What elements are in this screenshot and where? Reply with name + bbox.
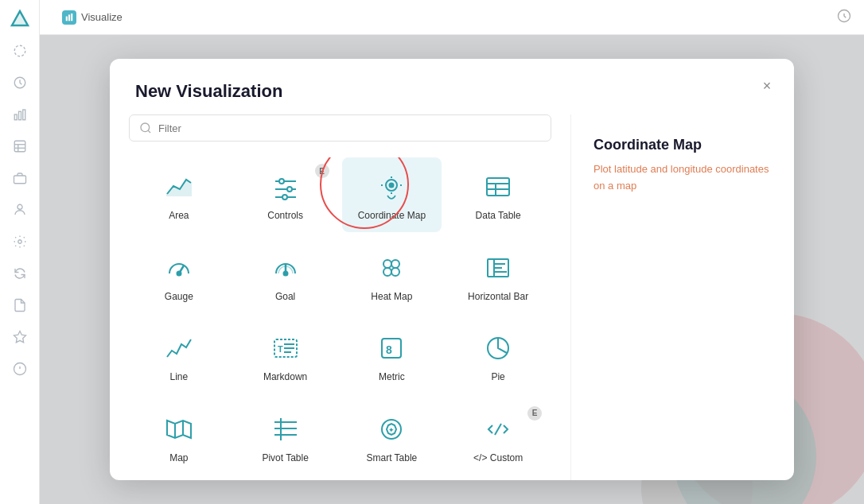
suitcase-icon[interactable]	[6, 164, 34, 192]
user-icon[interactable]	[6, 196, 34, 224]
search-input[interactable]	[158, 122, 541, 134]
coordinate-map-icon	[375, 170, 408, 204]
table-icon[interactable]	[6, 132, 34, 161]
viz-item-markdown[interactable]: T Markdown	[235, 319, 336, 394]
home-icon[interactable]	[6, 37, 34, 65]
svg-marker-22	[167, 180, 191, 196]
svg-point-24	[279, 179, 284, 184]
viz-item-gauge[interactable]: Gauge	[129, 238, 229, 313]
svg-line-65	[495, 424, 501, 435]
svg-point-2	[14, 45, 25, 56]
dialog-overlay: × New Visualization	[40, 35, 864, 504]
detail-title: Coordinate Map	[594, 137, 772, 153]
viz-item-coordinate-map[interactable]: Coordinate Map	[342, 157, 442, 232]
viz-item-custom[interactable]: E </> Custom	[448, 400, 548, 467]
metric-icon: 8	[375, 331, 408, 365]
alert-icon[interactable]	[6, 355, 34, 383]
svg-point-36	[177, 271, 181, 275]
svg-point-12	[18, 204, 22, 209]
gauge-icon	[162, 251, 196, 285]
topbar: Visualize	[40, 0, 864, 35]
dialog-body: Area E	[110, 114, 794, 480]
search-icon	[139, 122, 152, 134]
viz-item-horizontal-bar[interactable]: Horizontal Bar	[448, 238, 548, 313]
viz-item-custom-label: </> Custom	[473, 452, 523, 465]
new-visualization-dialog: × New Visualization	[110, 59, 794, 480]
area-icon	[162, 170, 196, 204]
viz-item-pivot-table[interactable]: Pivot Table	[235, 400, 336, 467]
svg-rect-31	[487, 178, 509, 196]
bar-chart-icon[interactable]	[6, 100, 34, 129]
viz-item-horizontal-bar-label: Horizontal Bar	[468, 291, 528, 304]
viz-item-pivot-table-label: Pivot Table	[262, 452, 308, 465]
clock-icon[interactable]	[6, 68, 34, 97]
viz-item-data-table[interactable]: Data Table	[448, 157, 548, 232]
viz-item-markdown-label: Markdown	[263, 371, 307, 384]
gear-icon[interactable]	[6, 227, 34, 256]
viz-item-heat-map-label: Heat Map	[371, 291, 412, 304]
left-panel: Area E	[110, 114, 571, 480]
viz-item-pie[interactable]: Pie	[448, 319, 548, 394]
svg-text:8: 8	[386, 343, 392, 356]
svg-point-13	[18, 240, 21, 244]
viz-item-line-label: Line	[170, 371, 189, 384]
viz-item-coordinate-map-label: Coordinate Map	[358, 210, 426, 223]
star-icon[interactable]	[6, 323, 34, 351]
viz-item-map-label: Map	[169, 452, 188, 465]
viz-item-area[interactable]: Area	[129, 157, 229, 232]
viz-item-goal[interactable]: Goal	[235, 238, 336, 313]
svg-rect-18	[68, 14, 70, 21]
map-icon	[162, 413, 196, 446]
close-button[interactable]: ×	[756, 75, 778, 97]
svg-point-42	[391, 268, 399, 276]
heat-map-icon	[375, 251, 408, 285]
custom-icon	[481, 413, 515, 446]
line-icon	[162, 331, 196, 365]
viz-item-heat-map[interactable]: Heat Map	[342, 238, 442, 313]
main-content: × New Visualization	[40, 35, 864, 504]
search-bar[interactable]	[129, 114, 551, 142]
svg-text:T: T	[278, 344, 283, 354]
viz-item-gauge-label: Gauge	[165, 291, 193, 304]
viz-item-controls-label: Controls	[267, 210, 303, 223]
tab-label: Visualize	[81, 11, 123, 23]
svg-rect-7	[14, 141, 25, 152]
dialog-header: New Visualization	[110, 59, 794, 114]
svg-point-28	[282, 195, 287, 200]
viz-item-data-table-label: Data Table	[476, 210, 521, 223]
viz-item-smart-table[interactable]: ✦ Smart Table	[342, 400, 442, 467]
svg-marker-1	[12, 11, 28, 25]
svg-marker-56	[167, 421, 191, 438]
smart-table-icon: ✦	[375, 413, 408, 446]
viz-item-pie-label: Pie	[491, 371, 504, 384]
svg-rect-5	[18, 111, 21, 120]
viz-item-metric-label: Metric	[379, 371, 405, 384]
detail-description: Plot latitude and longitude coordinates …	[594, 161, 772, 195]
viz-item-controls[interactable]: E Contro	[235, 157, 336, 232]
svg-point-21	[141, 123, 150, 132]
pie-icon	[481, 331, 515, 365]
viz-item-goal-label: Goal	[275, 291, 295, 304]
app-logo[interactable]	[9, 6, 31, 29]
controls-badge: E	[315, 164, 329, 178]
viz-item-metric[interactable]: 8 Metric	[342, 319, 442, 394]
file-icon[interactable]	[6, 291, 34, 320]
custom-badge: E	[527, 406, 542, 421]
right-panel: Coordinate Map Plot latitude and longitu…	[571, 114, 794, 480]
sidebar	[0, 0, 40, 504]
refresh-icon[interactable]	[6, 259, 34, 288]
viz-item-map[interactable]: Map	[129, 400, 229, 467]
pivot-table-icon	[269, 413, 302, 446]
data-table-icon	[481, 170, 515, 204]
svg-rect-19	[71, 14, 72, 21]
svg-rect-4	[14, 114, 17, 120]
svg-rect-17	[66, 16, 68, 21]
svg-point-41	[383, 268, 391, 276]
visualize-tab[interactable]: Visualize	[53, 6, 132, 29]
svg-point-26	[287, 187, 292, 192]
svg-rect-6	[22, 110, 25, 120]
dialog-title: New Visualization	[135, 81, 769, 102]
viz-item-line[interactable]: Line	[129, 319, 229, 394]
viz-item-area-label: Area	[169, 210, 189, 223]
markdown-icon: T	[269, 331, 302, 365]
